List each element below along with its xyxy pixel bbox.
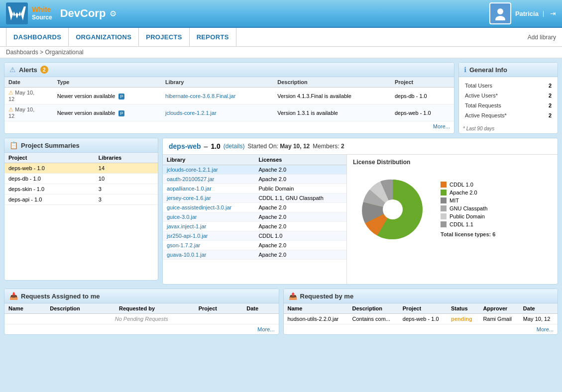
app-title: DevCorp <box>60 7 106 20</box>
svg-point-5 <box>383 199 403 219</box>
rbm-status-1: pending <box>447 314 479 324</box>
ps-lib-3: 3 <box>95 184 158 195</box>
rbm-col-approver: Approver <box>479 303 519 314</box>
nav-reports[interactable]: REPORTS <box>190 28 236 47</box>
table-row[interactable]: deps-skin - 1.0 3 <box>4 184 158 195</box>
lib-name-1[interactable]: jclouds-core-1.2.1.jar <box>163 165 254 175</box>
rbm-col-date: Date <box>519 303 558 314</box>
table-row[interactable]: javax.inject-1.jar Apache 2.0 <box>163 222 346 231</box>
project-details-link[interactable]: (details) <box>224 143 245 150</box>
lib-name-10[interactable]: guava-10.0.1.jar <box>163 250 254 260</box>
table-row[interactable]: jsr250-api-1.0.jar CDDL 1.0 <box>163 231 346 241</box>
rbm-date-1: May 10, 12 <box>519 314 558 324</box>
list-item: MIT <box>441 197 495 203</box>
table-row[interactable]: gson-1.7.2.jar Apache 2.0 <box>163 241 346 250</box>
type-badge-1: P <box>118 94 124 99</box>
nav-bar: DASHBOARDS ORGANIZATIONS PROJECTS REPORT… <box>0 28 562 47</box>
user-name: Patricia <box>515 10 539 17</box>
requests-assigned-section: 📥 Requests Assigned to me Name Descripti… <box>4 289 279 335</box>
logout-icon[interactable]: ⇥ <box>550 9 556 17</box>
list-item: CDDL 1.1 <box>441 221 495 227</box>
add-library-button[interactable]: Add library <box>528 34 556 41</box>
lib-name-4[interactable]: jersey-core-1.6.jar <box>163 194 254 203</box>
lib-name-2[interactable]: oauth-20100527.jar <box>163 175 254 184</box>
list-item: Total Requests 2 <box>463 101 554 110</box>
project-meta-members: Members: 2 <box>313 143 344 150</box>
lib-lic-7: Apache 2.0 <box>254 222 346 231</box>
logo-area: White Source <box>6 2 52 24</box>
project-summaries-section: 📋 Project Summaries Project Libraries de… <box>4 138 158 281</box>
lib-lic-2: Apache 2.0 <box>254 175 346 184</box>
legend-color-mit <box>441 197 447 203</box>
table-row[interactable]: deps-db - 1.0 10 <box>4 174 158 184</box>
list-item: Apache 2.0 <box>441 190 495 196</box>
lib-name-3[interactable]: aopalliance-1.0.jar <box>163 184 254 194</box>
list-item: Active Requests* 2 <box>463 111 554 120</box>
rbm-approver-1: Rami Gmail <box>479 314 519 324</box>
lib-name-8[interactable]: jsr250-api-1.0.jar <box>163 231 254 241</box>
table-row[interactable]: guice-assistedinject-3.0.jar Apache 2.0 <box>163 203 346 212</box>
lib-lic-9: Apache 2.0 <box>254 241 346 250</box>
requested-by-me-more-link[interactable]: More... <box>284 324 558 334</box>
table-row[interactable]: guava-10.0.1.jar Apache 2.0 <box>163 250 346 260</box>
legend-label-apache: Apache 2.0 <box>450 190 477 196</box>
col-library: Library <box>161 77 273 88</box>
legend-color-gnu <box>441 205 447 211</box>
projects-icon: 📋 <box>9 141 18 149</box>
table-row[interactable]: jersey-core-1.6.jar CDDL 1.1, GNU Classp… <box>163 194 346 203</box>
library-scroll[interactable]: Library Licenses jclouds-core-1.2.1.jar … <box>163 155 346 284</box>
breadcrumb: Dashboards > Organizational <box>0 47 562 58</box>
alert-library-1[interactable]: hibernate-core-3.6.8.Final.jar <box>161 88 273 104</box>
lib-lic-8: CDDL 1.0 <box>254 231 346 241</box>
lib-col-licenses: Licenses <box>254 155 346 165</box>
table-row[interactable]: guice-3.0.jar Apache 2.0 <box>163 212 346 222</box>
lib-name-9[interactable]: gson-1.7.2.jar <box>163 241 254 250</box>
nav-dashboards[interactable]: DASHBOARDS <box>6 28 69 47</box>
alerts-more-link[interactable]: More... <box>4 121 454 131</box>
legend-label-gnu: GNU Classpath <box>450 205 487 211</box>
gear-icon[interactable]: ⚙ <box>110 9 116 18</box>
lib-name-6[interactable]: guice-3.0.jar <box>163 212 254 222</box>
pie-chart <box>353 170 433 249</box>
col-description: Description <box>273 77 391 88</box>
legend-color-apache <box>441 190 447 196</box>
svg-point-2 <box>497 8 503 14</box>
requests-assigned-title: Requests Assigned to me <box>21 293 100 300</box>
lib-name-5[interactable]: guice-assistedinject-3.0.jar <box>163 203 254 212</box>
type-badge-2: P <box>118 110 124 116</box>
col-type: Type <box>53 77 161 88</box>
lib-lic-10: Apache 2.0 <box>254 250 346 260</box>
table-row[interactable]: oauth-20100527.jar Apache 2.0 <box>163 175 346 184</box>
header-right: Patricia | ⇥ <box>489 2 556 24</box>
table-row[interactable]: aopalliance-1.0.jar Public Domain <box>163 184 346 194</box>
gi-label-3: Total Requests <box>463 101 541 110</box>
table-row[interactable]: deps-web - 1.0 14 <box>4 163 158 174</box>
project-detail-section: deps-web – 1.0 (details) Started On: May… <box>162 138 558 285</box>
logo-text: White Source <box>32 5 52 21</box>
col-date: Date <box>4 77 53 88</box>
project-dash: – <box>204 142 208 150</box>
lib-name-7[interactable]: javax.inject-1.jar <box>163 222 254 231</box>
alert-date-2: ⚠ May 10,12 <box>4 104 53 121</box>
project-meta-started: Started On: May 10, 12 <box>248 143 310 150</box>
legend-label-mit: MIT <box>450 197 459 203</box>
project-version: 1.0 <box>211 142 220 150</box>
rbm-col-name: Name <box>284 303 348 314</box>
alert-type-2: Newer version available P <box>53 104 161 121</box>
alert-desc-1: Version 4.1.3.Final is available <box>273 88 391 104</box>
table-row[interactable]: deps-api - 1.0 3 <box>4 195 158 205</box>
nav-organizations[interactable]: ORGANIZATIONS <box>69 28 139 47</box>
lib-lic-1: Apache 2.0 <box>254 165 346 175</box>
license-dist-title: License Distribution <box>353 159 552 166</box>
legend-color-public <box>441 213 447 219</box>
alert-library-2[interactable]: jclouds-core-1.2.1.jar <box>161 104 273 121</box>
lib-lic-3: Public Domain <box>254 184 346 194</box>
warning-icon-1: ⚠ <box>8 90 13 96</box>
ra-col-desc: Description <box>46 303 115 314</box>
table-row[interactable]: jclouds-core-1.2.1.jar Apache 2.0 <box>163 165 346 175</box>
general-info-header: ℹ General Info <box>459 63 558 77</box>
requests-assigned-more-link[interactable]: More... <box>4 324 279 334</box>
rbm-col-proj: Project <box>399 303 447 314</box>
general-info-table: Total Users 2 Active Users* 2 Total Requ… <box>459 77 558 124</box>
nav-projects[interactable]: PROJECTS <box>139 28 189 47</box>
